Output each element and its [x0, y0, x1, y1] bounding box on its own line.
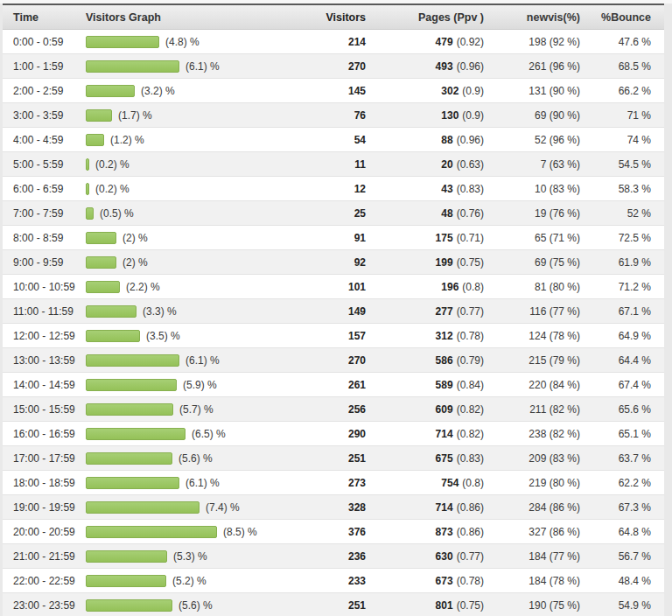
- bounce-rate-cell: 65.1 %: [584, 428, 664, 440]
- table-row: 13:00 - 13:59(6.1) %270586(0.79)215 (79 …: [3, 348, 664, 373]
- visitors-bar: [86, 526, 217, 538]
- time-range-cell: 14:00 - 14:59: [3, 379, 86, 391]
- time-range-cell: 8:00 - 8:59: [3, 232, 86, 244]
- visitors-graph-cell: (6.1) %: [86, 354, 301, 367]
- visitors-graph-cell: (5.7) %: [86, 403, 301, 416]
- time-range-cell: 13:00 - 13:59: [3, 354, 86, 367]
- visitors-cell: 54: [301, 134, 380, 146]
- bounce-rate-cell: 67.3 %: [584, 501, 664, 514]
- bounce-rate-cell: 64.4 %: [584, 354, 664, 367]
- visitors-graph-cell: (5.9) %: [86, 379, 301, 391]
- bounce-rate-cell: 61.9 %: [584, 256, 664, 269]
- pages-per-visit: (0.77): [457, 305, 484, 318]
- visitors-percent-label: (6.1) %: [186, 354, 220, 367]
- pages-cell: 277(0.77): [380, 305, 489, 318]
- table-row: 10:00 - 10:59(2.2) %101196(0.8)81 (80 %)…: [3, 275, 664, 299]
- visitors-cell: 273: [301, 477, 380, 489]
- visitors-cell: 76: [301, 109, 380, 122]
- pages-per-visit: (0.83): [457, 183, 484, 195]
- visitors-cell: 11: [301, 158, 380, 171]
- visitors-graph-cell: (7.4) %: [86, 501, 301, 514]
- time-range-cell: 15:00 - 15:59: [3, 403, 86, 416]
- pages-count: 302: [441, 85, 458, 97]
- pages-cell: 20(0.63): [380, 158, 489, 171]
- visitors-bar: [86, 379, 177, 391]
- table-row: 7:00 - 7:59(0.5) %2548(0.76)19 (76 %)52 …: [3, 201, 664, 226]
- visitors-bar: [86, 477, 179, 489]
- table-row: 16:00 - 16:59(6.5) %290714(0.82)238 (82 …: [3, 422, 664, 446]
- visitors-cell: 376: [301, 526, 380, 538]
- table-row: 21:00 - 21:59(5.3) %236630(0.77)184 (77 …: [3, 544, 664, 569]
- time-range-cell: 7:00 - 7:59: [3, 207, 86, 220]
- visitors-percent-label: (5.6) %: [178, 599, 213, 612]
- visitors-cell: 91: [301, 232, 380, 244]
- new-visitors-cell: 184 (77 %): [489, 550, 584, 563]
- bounce-rate-cell: 58.3 %: [584, 183, 664, 195]
- bounce-rate-cell: 68.5 %: [584, 60, 664, 73]
- pages-per-visit: (0.9): [462, 109, 484, 122]
- column-header-pages: Pages (Ppv ): [380, 11, 489, 24]
- pages-cell: 493(0.96): [380, 60, 489, 73]
- pages-cell: 479(0.92): [380, 36, 489, 48]
- pages-count: 673: [436, 575, 453, 587]
- visitors-bar: [86, 85, 135, 97]
- pages-cell: 175(0.71): [380, 232, 489, 244]
- table-row: 5:00 - 5:59(0.2) %1120(0.63)7 (63 %)54.5…: [3, 152, 664, 177]
- bounce-rate-cell: 62.2 %: [584, 477, 664, 489]
- table-row: 23:00 - 23:59(5.6) %251801(0.75)190 (75 …: [3, 593, 664, 616]
- visitors-bar: [86, 60, 179, 73]
- pages-cell: 630(0.77): [380, 550, 489, 563]
- visitors-bar: [86, 109, 112, 122]
- bounce-rate-cell: 67.4 %: [584, 379, 664, 391]
- visitors-graph-cell: (5.2) %: [86, 575, 301, 587]
- pages-cell: 754(0.8): [380, 477, 489, 489]
- bounce-rate-cell: 67.1 %: [584, 305, 664, 318]
- pages-cell: 199(0.75): [380, 256, 489, 269]
- visitors-percent-label: (0.5) %: [100, 207, 134, 220]
- visitors-graph-cell: (6.5) %: [86, 428, 301, 440]
- visitors-bar: [86, 452, 172, 465]
- table-row: 0:00 - 0:59(4.8) %214479(0.92)198 (92 %)…: [3, 30, 664, 54]
- bounce-rate-cell: 71 %: [584, 109, 664, 122]
- new-visitors-cell: 69 (90 %): [489, 109, 584, 122]
- column-header-time: Time: [3, 11, 86, 24]
- pages-count: 20: [441, 158, 452, 171]
- bounce-rate-cell: 64.8 %: [584, 526, 664, 538]
- visitors-graph-cell: (8.5) %: [86, 526, 301, 538]
- visitors-graph-cell: (0.5) %: [86, 207, 301, 220]
- visitors-percent-label: (3.5) %: [146, 330, 180, 342]
- visitors-cell: 92: [301, 256, 380, 269]
- time-range-cell: 6:00 - 6:59: [3, 183, 86, 195]
- pages-cell: 586(0.79): [380, 354, 489, 367]
- bounce-rate-cell: 52 %: [584, 207, 664, 220]
- table-row: 15:00 - 15:59(5.7) %256609(0.82)211 (82 …: [3, 397, 664, 422]
- pages-per-visit: (0.82): [457, 428, 484, 440]
- visitors-percent-label: (2) %: [122, 232, 148, 244]
- visitors-graph-cell: (1.7) %: [86, 109, 301, 122]
- pages-per-visit: (0.96): [457, 60, 484, 73]
- pages-count: 801: [436, 599, 453, 612]
- visitors-percent-label: (6.1) %: [186, 60, 220, 73]
- bounce-rate-cell: 56.7 %: [584, 550, 664, 563]
- bounce-rate-cell: 65.6 %: [584, 403, 664, 416]
- time-range-cell: 22:00 - 22:59: [3, 575, 86, 587]
- visitors-graph-cell: (2) %: [86, 256, 301, 269]
- visitors-percent-label: (2.2) %: [126, 281, 160, 293]
- time-range-cell: 1:00 - 1:59: [3, 60, 86, 73]
- visitors-percent-label: (1.2) %: [110, 134, 144, 146]
- pages-per-visit: (0.76): [457, 207, 484, 220]
- visitors-percent-label: (3.3) %: [143, 305, 177, 318]
- column-header-bounce: %Bounce: [584, 11, 664, 24]
- bounce-rate-cell: 64.9 %: [584, 330, 664, 342]
- pages-cell: 589(0.84): [380, 379, 489, 391]
- pages-per-visit: (0.82): [457, 403, 484, 416]
- visitors-percent-label: (0.2) %: [95, 183, 130, 195]
- visitors-cell: 101: [301, 281, 380, 293]
- new-visitors-cell: 219 (80 %): [489, 477, 584, 489]
- pages-count: 88: [441, 134, 452, 146]
- bounce-rate-cell: 48.4 %: [584, 575, 664, 587]
- pages-cell: 675(0.83): [380, 452, 489, 465]
- visitors-percent-label: (5.6) %: [178, 452, 213, 465]
- visitors-graph-cell: (0.2) %: [86, 158, 301, 171]
- visitors-percent-label: (1.7) %: [118, 109, 152, 122]
